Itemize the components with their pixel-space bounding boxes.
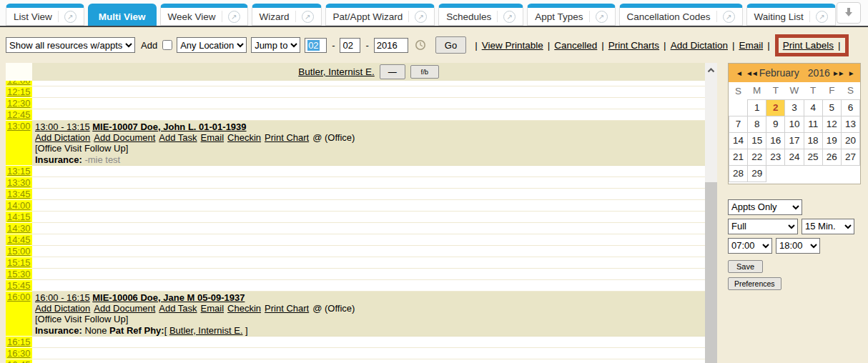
day-cell-6[interactable]: 6 — [841, 99, 859, 116]
time-slot-link[interactable]: 15:00 — [7, 246, 32, 257]
add-document-action[interactable]: Add Document — [94, 303, 155, 314]
add-checkbox[interactable] — [162, 40, 172, 50]
vertical-scrollbar[interactable] — [705, 63, 717, 363]
date-month-input[interactable]: 02 — [305, 38, 327, 53]
time-slot-link[interactable]: 14:15 — [7, 212, 32, 222]
slot-cell[interactable] — [32, 109, 705, 121]
slot-cell[interactable] — [32, 223, 705, 234]
time-slot-link[interactable]: 14:30 — [7, 223, 32, 234]
day-cell-20[interactable]: 20 — [841, 132, 859, 149]
day-cell-26[interactable]: 26 — [822, 149, 841, 165]
day-cell-15[interactable]: 15 — [748, 132, 766, 149]
slot-cell[interactable] — [32, 86, 705, 98]
preferences-button[interactable]: Preferences — [728, 277, 781, 290]
patient-link[interactable]: MIE-10006 Doe, Jane M 05-09-1937 — [92, 292, 245, 303]
time-slot-link[interactable]: 12:15 — [7, 86, 32, 97]
popout-icon[interactable]: ↗ — [596, 11, 608, 23]
email-action[interactable]: Email — [201, 303, 225, 314]
day-cell-29[interactable]: 29 — [748, 165, 766, 182]
view-printable-link[interactable]: View Printable — [482, 40, 543, 51]
provider-link[interactable]: Butler, Internist E. — [298, 66, 375, 77]
time-slot-link[interactable]: 12:00 — [7, 81, 32, 86]
save-button[interactable]: Save — [728, 260, 763, 273]
time-slot-link[interactable]: 16:00 — [7, 292, 32, 302]
day-cell-9[interactable]: 9 — [766, 116, 785, 132]
popout-icon[interactable]: ↗ — [503, 11, 516, 23]
popout-icon[interactable]: ↗ — [228, 11, 240, 23]
print-labels-link[interactable]: Print Labels — [783, 40, 834, 51]
next-month-icon[interactable]: ► — [846, 69, 856, 77]
jump-to-select[interactable]: Jump to — [251, 37, 300, 53]
slot-cell[interactable] — [32, 166, 705, 177]
time-slot-link[interactable]: 12:30 — [7, 98, 32, 109]
day-cell-2[interactable]: 2 — [766, 99, 785, 116]
popout-icon[interactable]: ↗ — [816, 11, 828, 23]
add-task-action[interactable]: Add Task — [159, 132, 197, 143]
clock-icon[interactable] — [415, 39, 426, 51]
time-slot-link[interactable]: 16:30 — [7, 348, 32, 359]
interval-select[interactable]: 15 Min. — [802, 219, 854, 234]
tab-schedules[interactable]: Schedules↗ — [438, 4, 523, 26]
day-cell-19[interactable]: 19 — [822, 132, 841, 149]
slot-cell[interactable] — [32, 189, 705, 200]
slot-cell[interactable] — [32, 246, 705, 257]
day-cell-3[interactable]: 3 — [785, 99, 804, 116]
email-link[interactable]: Email — [739, 40, 763, 51]
slot-cell[interactable]: 16:00 - 16:15 MIE-10006 Doe, Jane M 05-0… — [32, 292, 705, 337]
slot-cell[interactable] — [32, 348, 705, 359]
time-slot-link[interactable]: 16:15 — [7, 337, 32, 347]
cancelled-link[interactable]: Cancelled — [554, 40, 597, 51]
print-charts-link[interactable]: Print Charts — [608, 40, 659, 51]
slot-cell[interactable]: 13:00 - 13:15 MIE-10007 Doe, John L. 01-… — [32, 121, 705, 166]
add-dictation-action[interactable]: Add Dictation — [35, 303, 90, 314]
add-task-action[interactable]: Add Task — [159, 303, 197, 314]
checkin-action[interactable]: Checkin — [227, 303, 261, 314]
day-cell-10[interactable]: 10 — [785, 116, 804, 132]
day-cell-17[interactable]: 17 — [785, 132, 804, 149]
slot-cell[interactable] — [32, 234, 705, 246]
email-action[interactable]: Email — [201, 132, 225, 143]
add-dictation-link[interactable]: Add Dictation — [671, 40, 728, 51]
slot-cell[interactable] — [32, 81, 705, 86]
scroll-up-button[interactable] — [705, 63, 717, 76]
day-cell-21[interactable]: 21 — [729, 149, 748, 165]
day-cell-4[interactable]: 4 — [804, 99, 822, 116]
time-slot-link[interactable]: 15:45 — [7, 280, 32, 291]
fb-button[interactable]: f/b — [410, 65, 439, 79]
checkin-action[interactable]: Checkin — [227, 132, 261, 143]
day-cell-22[interactable]: 22 — [748, 149, 766, 165]
start-time-select[interactable]: 07:00 — [728, 238, 772, 254]
slot-cell[interactable] — [32, 98, 705, 109]
slot-cell[interactable] — [32, 257, 705, 269]
day-cell-1[interactable]: 1 — [748, 99, 766, 116]
appointment-time-link[interactable]: 13:00 - 13:15 — [35, 121, 90, 132]
prev-month-icon[interactable]: ◄ — [734, 69, 744, 77]
time-slot-link[interactable]: 13:30 — [7, 177, 32, 188]
display-mode-select[interactable]: Appts Only — [728, 199, 802, 215]
time-slot-link[interactable]: 16:45 — [7, 359, 32, 363]
add-document-action[interactable]: Add Document — [94, 132, 155, 143]
day-cell-28[interactable]: 28 — [729, 165, 748, 182]
popout-icon[interactable]: ↗ — [302, 11, 314, 23]
tab-cancellation-codes[interactable]: Cancellation Codes↗ — [619, 4, 743, 26]
prev-year-icon[interactable]: ◄◄ — [744, 69, 759, 77]
tab-multi-view[interactable]: Multi View — [88, 4, 157, 26]
slot-cell[interactable] — [32, 200, 705, 212]
collapse-column-button[interactable]: — — [380, 64, 405, 79]
time-slot-link[interactable]: 15:30 — [7, 269, 32, 279]
day-cell-18[interactable]: 18 — [804, 132, 822, 149]
day-cell-23[interactable]: 23 — [766, 149, 785, 165]
popout-icon[interactable]: ↗ — [64, 11, 77, 23]
resource-filter-select[interactable]: Show all resources w/appts — [6, 37, 135, 53]
end-time-select[interactable]: 18:00 — [776, 238, 820, 254]
tab-waiting-list[interactable]: Waiting List↗ — [746, 4, 836, 26]
popout-icon[interactable]: ↗ — [415, 11, 427, 23]
popout-icon[interactable]: ↗ — [723, 11, 735, 23]
tab-appt-types[interactable]: Appt Types↗ — [527, 4, 615, 26]
appointment-time-link[interactable]: 16:00 - 16:15 — [35, 292, 90, 303]
time-slot-link[interactable]: 12:45 — [7, 109, 32, 120]
tab-wizard[interactable]: Wizard↗ — [252, 4, 322, 26]
slot-cell[interactable] — [32, 337, 705, 348]
day-cell-14[interactable]: 14 — [729, 132, 748, 149]
go-button[interactable]: Go — [435, 36, 466, 54]
